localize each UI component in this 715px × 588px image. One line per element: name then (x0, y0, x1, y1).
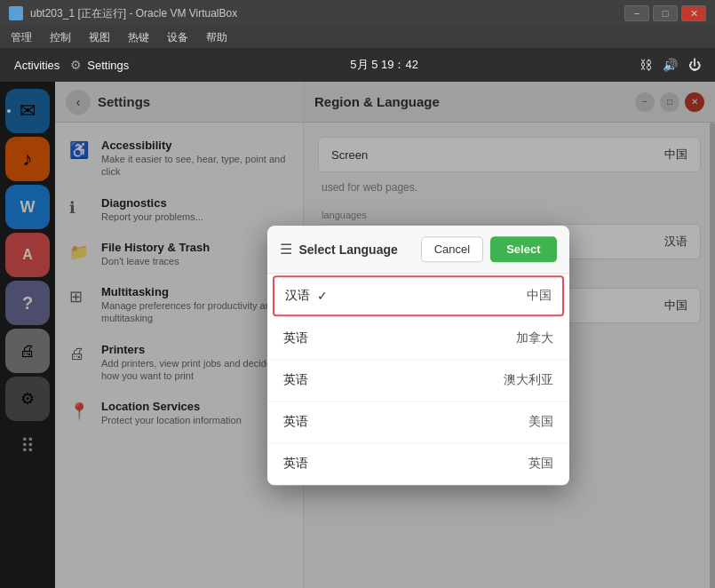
gnome-settings-label: ⚙ Settings (70, 58, 129, 72)
maximize-button[interactable]: □ (653, 5, 678, 21)
volume-icon[interactable]: 🔊 (663, 58, 678, 72)
menu-manage[interactable]: 管理 (7, 28, 36, 47)
gnome-time: 5月 5 19：42 (350, 58, 418, 71)
dialog-menu-icon: ☰ (280, 241, 292, 258)
menu-hotkey[interactable]: 热键 (124, 28, 153, 47)
language-name-4: 英语 (283, 456, 308, 470)
dialog-title: Select Language (299, 242, 414, 257)
language-item-2[interactable]: 英语 澳大利亚 (267, 360, 569, 401)
title-bar-text: ubt203_1 [正在运行] - Oracle VM VirtualBox (30, 6, 617, 21)
menu-bar: 管理 控制 视图 热键 设备 帮助 (0, 27, 715, 48)
title-bar: ubt203_1 [正在运行] - Oracle VM VirtualBox −… (0, 0, 715, 27)
menu-control[interactable]: 控制 (46, 28, 75, 47)
minimize-button[interactable]: − (624, 5, 649, 21)
menu-view[interactable]: 视图 (85, 28, 114, 47)
cancel-button[interactable]: Cancel (421, 236, 483, 262)
language-name-0: 汉语 (285, 288, 310, 304)
language-country-2: 澳大利亚 (504, 372, 553, 388)
language-item-lang-4: 英语 (283, 456, 308, 472)
close-button[interactable]: ✕ (681, 5, 706, 21)
settings-label-text: Settings (87, 59, 129, 72)
language-item-0[interactable]: 汉语 ✓ 中国 (273, 275, 564, 316)
gnome-bar-right: ⛓ 🔊 ⏻ (640, 58, 701, 72)
gear-icon: ⚙ (70, 58, 82, 72)
menu-help[interactable]: 帮助 (203, 28, 231, 47)
menu-devices[interactable]: 设备 (163, 28, 192, 47)
gnome-bar: Activities ⚙ Settings 5月 5 19：42 ⛓ 🔊 ⏻ (0, 48, 715, 82)
check-icon-0: ✓ (317, 289, 328, 303)
vbox-icon (9, 6, 23, 20)
language-item-3[interactable]: 英语 美国 (267, 401, 569, 443)
language-list: 汉语 ✓ 中国 英语 加拿大 英语 澳大利亚 英语 (267, 274, 569, 485)
language-item-lang-0: 汉语 ✓ (285, 288, 328, 304)
language-item-lang-2: 英语 (283, 372, 308, 388)
language-item-1[interactable]: 英语 加拿大 (267, 318, 569, 360)
title-bar-controls: − □ ✕ (624, 5, 706, 21)
network-icon[interactable]: ⛓ (640, 58, 652, 72)
language-country-3: 美国 (528, 414, 553, 430)
language-item-lang-3: 英语 (283, 414, 308, 430)
language-name-3: 英语 (283, 414, 308, 428)
main-area: ✉ ♪ W A ? 🖨 ⚙ ⠿ ‹ Settings ♿ (0, 82, 715, 588)
language-country-0: 中国 (527, 288, 552, 304)
language-item-lang-1: 英语 (283, 330, 308, 346)
language-name-1: 英语 (283, 330, 308, 345)
power-icon[interactable]: ⏻ (688, 58, 701, 72)
gnome-bar-left: Activities ⚙ Settings (14, 58, 129, 72)
gnome-bar-center: 5月 5 19：42 (129, 57, 640, 73)
activities-button[interactable]: Activities (14, 59, 60, 72)
select-language-dialog: ☰ Select Language Cancel Select 汉语 ✓ 中国 … (267, 226, 569, 485)
language-item-4[interactable]: 英语 英国 (267, 443, 569, 485)
language-name-2: 英语 (283, 372, 308, 386)
language-country-1: 加拿大 (516, 330, 553, 346)
language-country-4: 英国 (528, 456, 553, 472)
dialog-header: ☰ Select Language Cancel Select (267, 226, 569, 274)
dialog-actions: Cancel Select (421, 236, 557, 262)
select-button[interactable]: Select (490, 236, 556, 262)
